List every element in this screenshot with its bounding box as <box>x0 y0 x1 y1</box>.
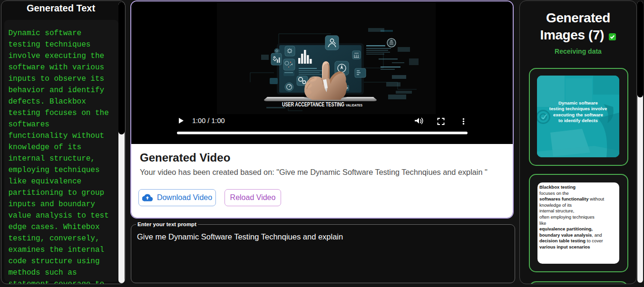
svg-text:USER ACCEPTANCE TESTING: USER ACCEPTANCE TESTING <box>282 101 344 108</box>
svg-text:1:00 / 1:00: 1:00 / 1:00 <box>192 117 225 124</box>
svg-text:VALIDATES: VALIDATES <box>346 103 362 107</box>
